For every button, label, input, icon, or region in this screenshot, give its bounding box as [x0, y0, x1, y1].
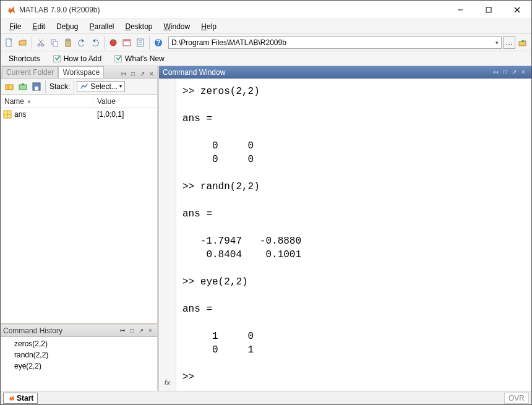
- command-history-title: Command History: [3, 326, 62, 335]
- import-button[interactable]: [17, 80, 29, 93]
- svg-rect-16: [113, 40, 114, 41]
- menu-bar: File Edit Debug Parallel Desktop Window …: [1, 19, 531, 34]
- svg-marker-31: [21, 83, 25, 85]
- menu-desktop[interactable]: Desktop: [120, 21, 157, 32]
- whatsnew-shortcut[interactable]: What's New: [109, 53, 169, 65]
- svg-marker-14: [93, 39, 95, 43]
- minimize-button[interactable]: [446, 1, 474, 19]
- history-line[interactable]: zeros(2,2): [14, 338, 157, 349]
- panel-restore-icon[interactable]: □: [127, 326, 136, 335]
- plot-select[interactable]: Select... ▾: [77, 81, 124, 92]
- svg-rect-12: [67, 39, 69, 41]
- title-bar: MATLAB 7.9.0 (R2009b): [1, 1, 531, 19]
- open-file-button[interactable]: [17, 36, 29, 49]
- paste-button[interactable]: [62, 36, 74, 49]
- panel-arrow-icon[interactable]: ↦: [118, 326, 127, 335]
- status-bar: Start OVR: [1, 391, 531, 404]
- panel-arrow-icon[interactable]: ↦: [119, 69, 128, 78]
- tab-workspace[interactable]: Workspace: [58, 66, 104, 78]
- panel-close-icon[interactable]: ×: [146, 326, 155, 335]
- svg-marker-13: [82, 39, 84, 43]
- new-var-button[interactable]: [3, 80, 15, 93]
- save-button[interactable]: [30, 80, 43, 93]
- undo-button[interactable]: [75, 36, 88, 49]
- copy-button[interactable]: [48, 36, 61, 49]
- shortcuts-bar: Shortcuts How to Add What's New: [1, 51, 531, 66]
- help-button[interactable]: ?: [152, 36, 165, 49]
- command-window-header: Command Window ↤ □ ↗ ×: [159, 66, 531, 79]
- svg-rect-10: [53, 41, 58, 46]
- panel-restore-icon[interactable]: □: [500, 68, 509, 77]
- variable-icon: [3, 110, 12, 119]
- workspace-body[interactable]: ans [1,0;0,1]: [1, 108, 157, 323]
- dropdown-icon: ▾: [119, 83, 122, 89]
- workspace-toolbar: Stack: Select... ▾: [1, 79, 157, 95]
- path-text: D:\Program Files\MATLAB\R2009b: [171, 38, 496, 47]
- menu-help[interactable]: Help: [196, 21, 221, 32]
- command-window-text[interactable]: >> zeros(2,2) ans = 0 0 0 0 >> randn(2,2…: [176, 79, 531, 391]
- up-folder-button[interactable]: [517, 36, 529, 49]
- matlab-logo-icon: [6, 5, 15, 15]
- svg-rect-4: [6, 39, 11, 46]
- close-button[interactable]: [503, 1, 531, 19]
- svg-rect-1: [486, 7, 491, 12]
- col-name-header[interactable]: Name ▲: [1, 97, 93, 106]
- fx-icon[interactable]: fx: [165, 378, 170, 387]
- var-name: ans: [14, 110, 26, 119]
- simulink-button[interactable]: [107, 36, 119, 49]
- panel-undock-icon[interactable]: ↗: [137, 326, 145, 335]
- history-line[interactable]: randn(2,2): [14, 349, 157, 360]
- guide-button[interactable]: [121, 36, 133, 49]
- howto-add-shortcut[interactable]: How to Add: [48, 53, 106, 65]
- start-label: Start: [17, 394, 33, 403]
- panel-undock-icon[interactable]: ↗: [138, 69, 147, 78]
- shortcuts-label: Shortcuts: [4, 53, 45, 65]
- menu-parallel[interactable]: Parallel: [84, 21, 119, 32]
- toolbar-divider: [32, 36, 32, 49]
- toolbar-divider: [45, 80, 46, 93]
- howto-icon: [53, 54, 61, 63]
- new-file-button[interactable]: [3, 36, 15, 49]
- menu-edit[interactable]: Edit: [27, 21, 50, 32]
- history-line[interactable]: eye(2,2): [14, 360, 157, 372]
- cw-gutter: fx: [159, 79, 176, 391]
- plot-icon: [80, 82, 88, 91]
- panel-close-icon[interactable]: ×: [147, 69, 156, 78]
- panel-undock-icon[interactable]: ↗: [510, 68, 518, 77]
- svg-text:?: ?: [156, 38, 160, 47]
- window-title: MATLAB 7.9.0 (R2009b): [19, 6, 446, 14]
- workspace-row[interactable]: ans [1,0;0,1]: [1, 108, 157, 121]
- menu-debug[interactable]: Debug: [51, 21, 83, 32]
- panel-restore-icon[interactable]: □: [129, 69, 137, 78]
- select-label: Select...: [90, 82, 117, 91]
- svg-rect-18: [123, 40, 131, 41]
- svg-rect-33: [35, 87, 38, 90]
- menu-window[interactable]: Window: [159, 21, 195, 32]
- workspace-columns: Name ▲ Value: [1, 95, 157, 108]
- redo-button[interactable]: [89, 36, 101, 49]
- howto-label: How to Add: [64, 54, 101, 63]
- panel-arrow-icon[interactable]: ↤: [491, 68, 500, 77]
- current-folder-path[interactable]: D:\Program Files\MATLAB\R2009b ▾: [168, 36, 502, 49]
- tab-current-folder[interactable]: Current Folder: [2, 66, 58, 78]
- cut-button[interactable]: [35, 36, 47, 49]
- command-window-title: Command Window: [163, 68, 225, 77]
- panel-close-icon[interactable]: ×: [519, 68, 528, 77]
- command-window-panel: Command Window ↤ □ ↗ × fx >> zeros(2,2) …: [159, 66, 531, 391]
- toolbar-divider: [74, 80, 74, 93]
- menu-file[interactable]: File: [4, 21, 26, 32]
- whatsnew-icon: [114, 54, 122, 63]
- toolbar-divider: [149, 36, 150, 49]
- stack-label: Stack:: [49, 82, 70, 91]
- col-value-header[interactable]: Value: [93, 97, 157, 106]
- left-panel-tabs: Current Folder Workspace ↦ □ ↗ ×: [1, 66, 157, 79]
- profiler-button[interactable]: [134, 36, 147, 49]
- start-button[interactable]: Start: [3, 393, 38, 404]
- command-history-body[interactable]: zeros(2,2) randn(2,2) eye(2,2): [1, 337, 157, 391]
- whatsnew-label: What's New: [125, 54, 165, 63]
- toolbar-divider: [104, 36, 105, 49]
- browse-folder-button[interactable]: …: [503, 36, 515, 49]
- maximize-button[interactable]: [474, 1, 503, 19]
- matlab-logo-icon: [7, 394, 15, 402]
- dropdown-icon[interactable]: ▾: [496, 40, 499, 46]
